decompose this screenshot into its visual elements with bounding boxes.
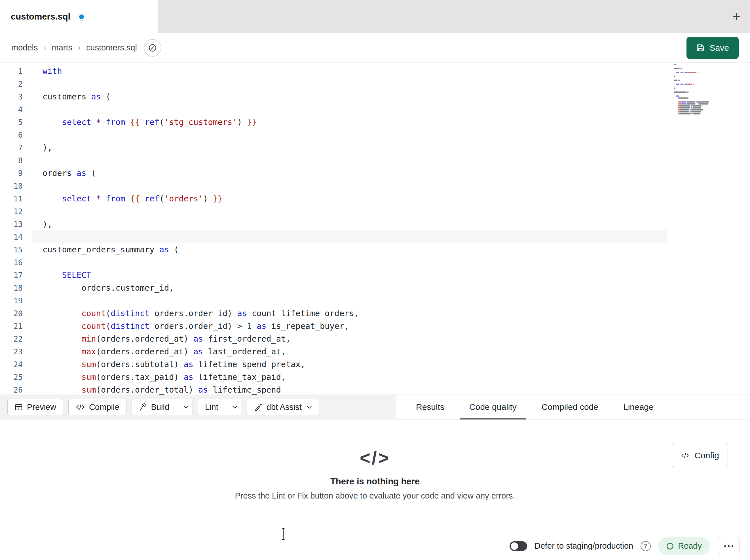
code-text: with	[23, 65, 62, 78]
breadcrumb-item-models[interactable]: models	[11, 43, 38, 53]
ready-status-badge[interactable]: Ready	[658, 537, 710, 555]
code-line-14[interactable]: 14	[0, 231, 750, 243]
line-number: 2	[0, 78, 23, 90]
code-line-3[interactable]: 3customers as (	[0, 90, 750, 103]
line-number: 15	[0, 243, 23, 256]
line-number: 1	[0, 65, 23, 78]
file-tab[interactable]: customers.sql	[0, 0, 158, 34]
preview-button[interactable]: Preview	[7, 399, 63, 415]
code-text: select * from {{ ref('orders') }}	[23, 192, 222, 205]
code-line-9[interactable]: 9orders as (	[0, 167, 750, 180]
code-text	[23, 154, 42, 167]
file-tab-title: customers.sql	[11, 12, 70, 22]
line-number: 24	[0, 358, 23, 371]
code-line-13[interactable]: 13),	[0, 218, 750, 231]
code-text	[23, 294, 42, 307]
hammer-icon	[139, 403, 147, 411]
lint-dropdown-button[interactable]	[228, 399, 242, 415]
build-dropdown-button[interactable]	[179, 399, 193, 415]
code-text: min(orders.ordered_at) as first_ordered_…	[23, 333, 291, 345]
chevron-down-icon	[183, 406, 189, 409]
line-number: 19	[0, 294, 23, 307]
format-icon	[148, 43, 157, 53]
code-line-6[interactable]: 6	[0, 129, 750, 141]
code-text	[23, 205, 42, 218]
chevron-down-icon	[307, 406, 312, 409]
code-line-7[interactable]: 7),	[0, 141, 750, 154]
code-line-8[interactable]: 8	[0, 154, 750, 167]
toggle-knob	[511, 542, 518, 550]
line-number: 26	[0, 383, 23, 395]
breadcrumb-separator: ›	[44, 43, 46, 52]
code-line-18[interactable]: 18 orders.customer_id,	[0, 282, 750, 294]
compile-button[interactable]: Compile	[68, 399, 126, 415]
line-number: 22	[0, 333, 23, 345]
defer-label: Defer to staging/production	[534, 541, 633, 551]
code-line-19[interactable]: 19	[0, 294, 750, 307]
breadcrumb-item-marts[interactable]: marts	[52, 43, 73, 53]
dbt-assist-dropdown	[307, 406, 312, 409]
dbt-assist-label: dbt Assist	[267, 402, 302, 412]
code-line-25[interactable]: 25 sum(orders.tax_paid) as lifetime_tax_…	[0, 371, 750, 383]
code-text	[23, 129, 42, 141]
minimap[interactable]	[674, 64, 719, 115]
build-label: Build	[151, 402, 170, 412]
empty-state-title: There is nothing here	[0, 476, 750, 486]
code-text: ),	[23, 218, 52, 231]
code-editor[interactable]: 1with23customers as (45 select * from {{…	[0, 63, 750, 395]
code-line-23[interactable]: 23 max(orders.ordered_at) as last_ordere…	[0, 345, 750, 358]
empty-state-icon: </>	[0, 448, 750, 469]
code-line-4[interactable]: 4	[0, 103, 750, 116]
dbt-assist-button[interactable]: dbt Assist	[247, 399, 319, 415]
save-label: Save	[710, 43, 729, 53]
code-line-17[interactable]: 17 SELECT	[0, 269, 750, 282]
editor-actions: Preview Compile	[0, 395, 396, 419]
line-number: 13	[0, 218, 23, 231]
panel-tab-lineage[interactable]: Lineage	[611, 395, 666, 419]
code-line-26[interactable]: 26 sum(orders.order_total) as lifetime_s…	[0, 383, 750, 395]
build-main-button[interactable]: Build	[132, 399, 175, 415]
panel-tabs: ResultsCode qualityCompiled codeLineage	[396, 395, 750, 419]
code-line-21[interactable]: 21 count(distinct orders.order_id) > 1 a…	[0, 320, 750, 333]
defer-toggle[interactable]	[510, 541, 527, 551]
more-options-button[interactable]	[718, 537, 740, 555]
line-number: 18	[0, 282, 23, 294]
help-icon[interactable]: ?	[640, 541, 651, 551]
code-line-20[interactable]: 20 count(distinct orders.order_id) as co…	[0, 307, 750, 320]
results-panel: Config </> There is nothing here Press t…	[0, 420, 750, 532]
format-button[interactable]	[144, 39, 161, 57]
save-button[interactable]: Save	[687, 37, 739, 59]
line-number: 5	[0, 116, 23, 129]
chevron-down-icon	[232, 406, 237, 409]
status-bar: Defer to staging/production ? Ready	[0, 532, 750, 560]
line-number: 21	[0, 320, 23, 333]
panel-tab-results[interactable]: Results	[403, 395, 457, 419]
code-text	[23, 231, 42, 243]
action-bar: Preview Compile	[0, 395, 750, 419]
panel-tab-code-quality[interactable]: Code quality	[457, 395, 529, 419]
ellipsis-icon	[724, 545, 726, 547]
code-text	[23, 78, 42, 90]
code-line-12[interactable]: 12	[0, 205, 750, 218]
code-line-16[interactable]: 16	[0, 256, 750, 269]
line-number: 16	[0, 256, 23, 269]
code-line-5[interactable]: 5 select * from {{ ref('stg_customers') …	[0, 116, 750, 129]
code-icon	[75, 403, 85, 411]
code-text: SELECT	[23, 269, 91, 282]
code-line-2[interactable]: 2	[0, 78, 750, 90]
panel-tab-compiled-code[interactable]: Compiled code	[529, 395, 611, 419]
code-text	[23, 180, 42, 192]
lint-button: Lint	[198, 399, 242, 415]
unsaved-indicator-dot	[78, 13, 85, 21]
new-tab-button[interactable]: +	[732, 9, 741, 23]
code-line-10[interactable]: 10	[0, 180, 750, 192]
code-line-22[interactable]: 22 min(orders.ordered_at) as first_order…	[0, 333, 750, 345]
code-line-15[interactable]: 15customer_orders_summary as (	[0, 243, 750, 256]
dbt-ide-window: + customers.sql models›marts›customers.s…	[0, 0, 750, 560]
code-line-24[interactable]: 24 sum(orders.subtotal) as lifetime_spen…	[0, 358, 750, 371]
code-line-1[interactable]: 1with	[0, 65, 750, 78]
lint-main-button[interactable]: Lint	[198, 399, 224, 415]
breadcrumb-item-customers-sql[interactable]: customers.sql	[86, 43, 137, 53]
code-line-11[interactable]: 11 select * from {{ ref('orders') }}	[0, 192, 750, 205]
code-text: sum(orders.tax_paid) as lifetime_tax_pai…	[23, 371, 286, 383]
